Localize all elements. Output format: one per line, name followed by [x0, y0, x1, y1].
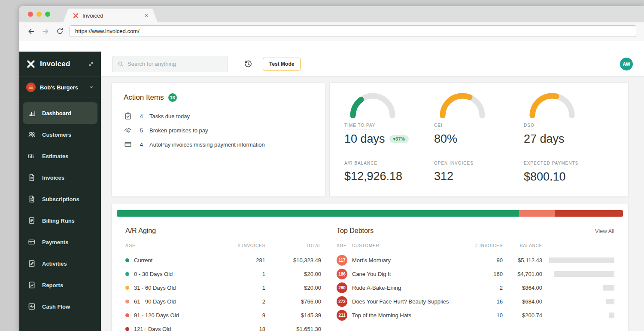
kpi-label: CEI: [434, 123, 443, 129]
history-icon[interactable]: [243, 59, 252, 68]
tab-close-icon[interactable]: ×: [145, 12, 148, 19]
promise-icon: [124, 126, 132, 134]
gauge-arc: [437, 91, 488, 118]
payments-icon: [27, 238, 36, 246]
browser-window: Invoiced × https://www.invoiced.com/ Inv…: [19, 6, 644, 331]
action-item-count: 5: [139, 127, 143, 134]
sidebar-item[interactable]: Billing Runs: [23, 210, 97, 231]
invoiced-app: Invoiced Bob's Burgers Da: [19, 52, 644, 331]
debtor-row[interactable]: 211 Top of the Morning Hats 10 $200.74: [337, 308, 614, 322]
action-item-label: Broken promises to pay: [149, 127, 208, 134]
aging-total: $20.00: [265, 271, 321, 277]
debtor-balance: $684.00: [503, 298, 542, 305]
action-items-title: Action Items: [124, 93, 164, 102]
sidebar-item[interactable]: Subscriptions: [23, 188, 97, 210]
action-item-label: AutoPay invoices missing payment informa…: [149, 141, 265, 148]
forward-button[interactable]: [41, 27, 50, 36]
sidebar-item-label: Payments: [42, 239, 68, 245]
window-controls: [28, 12, 50, 17]
close-window-button[interactable]: [28, 12, 33, 17]
debtor-balance: $5,112.43: [503, 257, 542, 264]
sidebar-item[interactable]: Dashboard: [23, 102, 97, 124]
column-header: AGE: [125, 243, 227, 248]
subscriptions-icon: [27, 195, 36, 203]
org-selector[interactable]: Bob's Burgers: [19, 77, 101, 98]
kpi-value: 10 days: [344, 132, 385, 146]
customers-icon: [27, 131, 36, 138]
sidebar-logo-row: Invoiced: [19, 52, 101, 77]
tab-title: Invoiced: [82, 12, 103, 19]
action-item-label: Tasks due today: [149, 113, 190, 120]
sidebar-item[interactable]: Cash Flow: [23, 296, 97, 317]
debtor-customer-name: Mort's Mortuary: [352, 257, 468, 264]
aging-bucket-label: 121+ Days Old: [134, 326, 171, 331]
kpi-value: 27 days: [524, 132, 565, 146]
sidebar-nav: Dashboard Customers 66 Estimates: [19, 98, 101, 322]
kpi-gauge-block: DSO 27 days: [524, 91, 614, 146]
search-input[interactable]: [128, 61, 222, 67]
aging-total: $20.00: [265, 285, 321, 291]
gauge-arc: [347, 91, 398, 118]
ar-aging-header: AGE # INVOICES TOTAL: [125, 243, 321, 253]
aging-bucket-dot: [125, 327, 129, 331]
activities-icon: [27, 260, 36, 267]
column-header: TOTAL: [265, 243, 321, 248]
action-items-card: Action Items 13 4 Tasks due today: [111, 83, 326, 197]
sidebar-item[interactable]: Reports: [23, 274, 97, 296]
billing-runs-icon: [27, 217, 36, 224]
balance-bar-track: [542, 271, 614, 277]
metric-label: OPEN INVOICES: [434, 161, 474, 167]
debtor-age-badge: 186: [337, 269, 347, 279]
debtor-customer-name: Top of the Morning Hats: [352, 312, 468, 319]
debtor-age-badge: 272: [337, 296, 347, 307]
svg-text:66: 66: [28, 153, 34, 159]
zoom-window-button[interactable]: [45, 12, 50, 17]
debtor-row[interactable]: 186 Cane You Dig It 160 $4,701.00: [337, 267, 614, 281]
user-avatar[interactable]: AW: [620, 58, 633, 70]
sidebar-item[interactable]: Payments: [23, 231, 97, 253]
test-mode-button[interactable]: Test Mode: [263, 58, 301, 70]
debtor-invoice-count: 10: [468, 312, 503, 319]
column-header: CUSTOMER: [352, 243, 468, 248]
action-item-count: 4: [139, 141, 143, 148]
debtor-row[interactable]: 272 Does Your Face Hurt? Beauty Supplies…: [337, 294, 614, 308]
reload-button[interactable]: [55, 27, 64, 36]
metric-value: $800.10: [524, 170, 614, 184]
collapse-sidebar-icon[interactable]: [88, 61, 94, 67]
ar-aging-rows: Current 281 $10,323.49: [125, 253, 321, 331]
aging-invoice-count: 9: [227, 312, 265, 319]
gauge-row: TIME TO PAY 10 days ▾37%: [344, 91, 614, 146]
address-bar[interactable]: https://www.invoiced.com/: [70, 25, 636, 37]
reports-icon: [27, 281, 36, 289]
minimize-window-button[interactable]: [36, 12, 42, 17]
browser-tab[interactable]: Invoiced ×: [63, 9, 158, 22]
aging-invoice-count: 18: [227, 326, 265, 331]
sidebar-item[interactable]: Customers: [23, 124, 97, 145]
debtor-age-badge: 117: [337, 255, 347, 266]
action-item[interactable]: 4 Tasks due today: [124, 112, 313, 120]
column-header: AGE: [337, 243, 352, 248]
top-debtors-table: Top Debtors View All AGE CUSTOMER # INVO…: [337, 218, 614, 331]
debtor-row[interactable]: 280 Rude A-Bake-Ening 2 $864.00: [337, 281, 614, 294]
invoiced-favicon: [73, 12, 79, 19]
cash-flow-icon: [27, 303, 36, 310]
debtor-balance: $200.74: [503, 312, 542, 319]
action-item[interactable]: 5 Broken promises to pay: [124, 126, 313, 134]
back-button[interactable]: [27, 27, 36, 36]
aging-invoice-count: 1: [227, 285, 265, 291]
kpi-gauge-block: CEI 80%: [434, 91, 524, 146]
balance-bar: [603, 285, 614, 291]
search-box[interactable]: [112, 56, 228, 72]
action-item[interactable]: 4 AutoPay invoices missing payment infor…: [124, 141, 313, 148]
aging-total: $10,323.49: [265, 257, 321, 264]
aging-total: $766.00: [265, 298, 321, 305]
sidebar-item[interactable]: Invoices: [23, 167, 97, 188]
debtor-row[interactable]: 117 Mort's Mortuary 90 $5,112.43: [337, 253, 614, 267]
action-items-list: 4 Tasks due today 5 Broken promises to p…: [124, 112, 313, 148]
sidebar-item[interactable]: 66 Estimates: [23, 145, 97, 167]
sidebar-item-label: Reports: [42, 282, 63, 288]
sidebar-item[interactable]: Activities: [23, 253, 97, 274]
debtor-age-badge: 211: [337, 310, 347, 321]
estimates-icon: 66: [27, 153, 36, 160]
view-all-link[interactable]: View All: [595, 228, 614, 234]
